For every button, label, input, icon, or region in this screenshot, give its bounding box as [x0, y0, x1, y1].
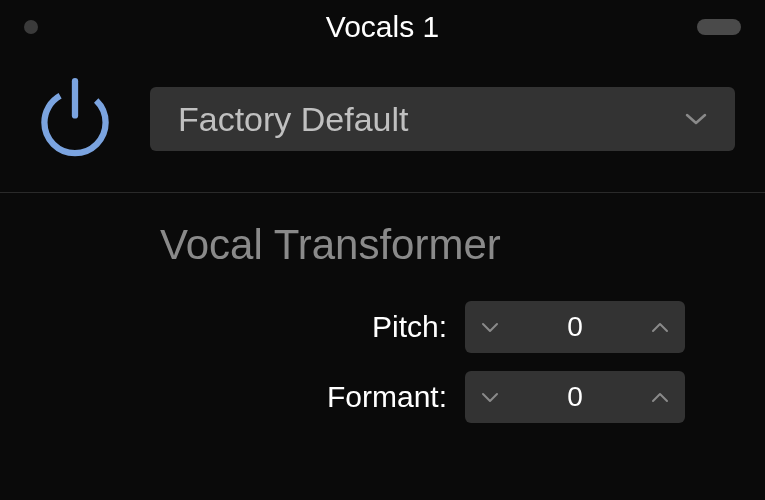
top-section: Factory Default — [0, 54, 765, 192]
main-section: Vocal Transformer Pitch: 0 Formant: — [0, 193, 765, 423]
header-right — [681, 19, 741, 35]
formant-row: Formant: 0 — [160, 371, 735, 423]
pitch-decrement-button[interactable] — [465, 301, 515, 353]
chevron-up-icon — [651, 392, 669, 403]
header-pill-icon — [697, 19, 741, 35]
chevron-down-icon — [481, 392, 499, 403]
pitch-value: 0 — [515, 311, 635, 343]
effect-title: Vocal Transformer — [160, 221, 735, 269]
power-icon — [30, 74, 120, 164]
formant-label: Formant: — [327, 380, 447, 414]
formant-stepper[interactable]: 0 — [465, 371, 685, 423]
chevron-down-icon — [685, 112, 707, 126]
power-toggle-button[interactable] — [30, 74, 120, 164]
track-title: Vocals 1 — [84, 10, 681, 44]
pitch-increment-button[interactable] — [635, 301, 685, 353]
header-bar: Vocals 1 — [0, 0, 765, 54]
formant-increment-button[interactable] — [635, 371, 685, 423]
header-left — [24, 20, 84, 34]
formant-value: 0 — [515, 381, 635, 413]
chevron-up-icon — [651, 322, 669, 333]
pitch-label: Pitch: — [372, 310, 447, 344]
preset-label: Factory Default — [178, 100, 409, 139]
pitch-row: Pitch: 0 — [160, 301, 735, 353]
pitch-stepper[interactable]: 0 — [465, 301, 685, 353]
preset-dropdown[interactable]: Factory Default — [150, 87, 735, 151]
chevron-down-icon — [481, 322, 499, 333]
formant-decrement-button[interactable] — [465, 371, 515, 423]
header-indicator-dot — [24, 20, 38, 34]
